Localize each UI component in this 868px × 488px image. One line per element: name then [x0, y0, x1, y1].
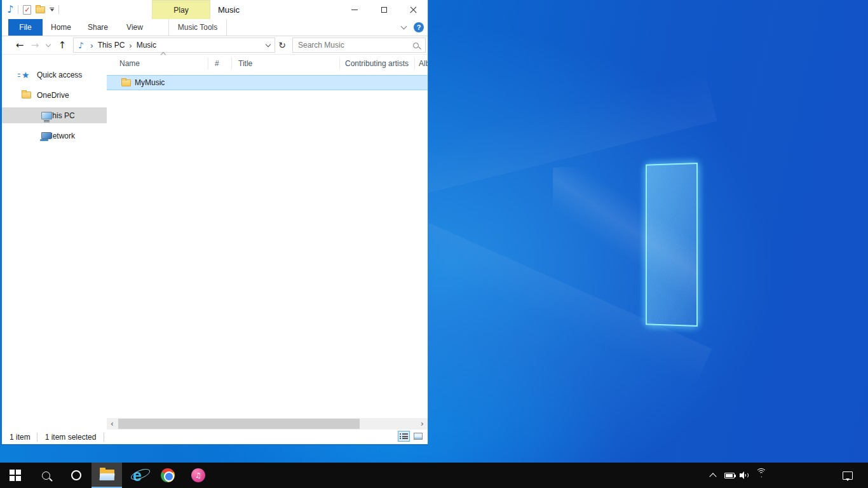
sidebar-item-label: OneDrive: [37, 91, 69, 100]
scroll-left-arrow[interactable]: ‹: [107, 419, 118, 428]
breadcrumb-music[interactable]: Music: [137, 41, 156, 50]
ribbon-tab-row: File Home Share View Music Tools ?: [2, 19, 428, 36]
column-header-title[interactable]: Title: [232, 58, 340, 69]
column-headers: Name # Title Contributing artists Alb: [107, 55, 428, 72]
column-header-name[interactable]: Name: [107, 58, 208, 69]
column-header-album[interactable]: Alb: [415, 58, 428, 69]
file-row-mymusic[interactable]: MyMusic: [107, 75, 428, 90]
folder-icon: [121, 79, 131, 86]
scrollbar-thumb[interactable]: [118, 419, 360, 429]
hidden-icons-button[interactable]: [705, 463, 721, 488]
sidebar-item-this-pc[interactable]: This PC: [2, 107, 107, 123]
cortana-button[interactable]: [61, 463, 92, 488]
quick-access-toolbar: ♪: [7, 0, 59, 19]
tab-share[interactable]: Share: [79, 19, 116, 36]
refresh-button[interactable]: ↻: [275, 37, 289, 53]
search-box: [292, 37, 426, 53]
up-button[interactable]: ↑: [54, 41, 71, 50]
status-bar: 1 item 1 item selected: [2, 430, 428, 444]
help-button[interactable]: ?: [414, 22, 424, 32]
item-count: 1 item: [2, 433, 37, 442]
windows-logo-pane: [646, 163, 698, 327]
start-button[interactable]: [0, 463, 31, 488]
windows-logo-pane: [646, 163, 698, 327]
details-view-icon: [400, 433, 408, 440]
column-header-contributing-artists[interactable]: Contributing artists: [340, 58, 415, 69]
breadcrumb-this-pc[interactable]: This PC: [98, 41, 125, 50]
column-label: #: [215, 59, 219, 68]
tab-file[interactable]: File: [8, 19, 43, 36]
file-list-pane: Name # Title Contributing artists Alb: [107, 55, 428, 418]
maximize-icon: [381, 7, 387, 13]
tab-home[interactable]: Home: [43, 19, 79, 36]
contextual-tab-group-play[interactable]: Play: [152, 0, 210, 19]
search-icon: [42, 471, 50, 480]
scrollbar-track[interactable]: [118, 418, 417, 430]
close-button[interactable]: [398, 0, 428, 19]
column-label: Title: [238, 59, 252, 68]
wifi-tray-button[interactable]: [754, 463, 769, 488]
volume-tray-button[interactable]: [737, 463, 752, 488]
quick-access-star-icon: ★: [22, 71, 30, 79]
breadcrumb-chevron-icon: ›: [86, 41, 97, 50]
title-bar[interactable]: ♪ Play Music: [2, 0, 428, 19]
computer-icon: [41, 112, 52, 119]
itunes-taskbar-button[interactable]: ♫: [183, 463, 214, 488]
separator: [104, 433, 104, 442]
address-dropdown-chevron[interactable]: [262, 44, 275, 46]
music-note-icon: ♪: [7, 4, 13, 15]
window-body: ★ Quick access OneDrive This PC Network …: [2, 55, 428, 418]
sidebar-item-quick-access[interactable]: ★ Quick access: [2, 67, 107, 83]
scroll-right-arrow[interactable]: ›: [417, 419, 428, 428]
sidebar-item-onedrive[interactable]: OneDrive: [2, 87, 107, 103]
volume-icon: [740, 471, 750, 480]
taskbar-search-button[interactable]: [31, 463, 61, 488]
search-icon[interactable]: [413, 43, 419, 48]
chrome-taskbar-button[interactable]: [153, 463, 183, 488]
column-header-number[interactable]: #: [208, 58, 232, 69]
battery-tray-button[interactable]: [722, 463, 737, 488]
cortana-icon: [71, 470, 81, 480]
maximize-button[interactable]: [369, 0, 398, 19]
tab-music-tools[interactable]: Music Tools: [168, 19, 227, 36]
separator: [18, 5, 18, 14]
windows-start-icon: [10, 470, 21, 481]
column-label: Contributing artists: [345, 59, 409, 68]
navigation-bar: ← → ↑ ♪ › This PC › Music ↻: [2, 36, 428, 55]
internet-explorer-taskbar-button[interactable]: e: [122, 463, 153, 488]
itunes-icon: ♫: [191, 468, 205, 482]
address-bar[interactable]: ♪ › This PC › Music: [73, 37, 275, 53]
properties-icon[interactable]: [23, 5, 31, 15]
file-explorer-icon: [100, 470, 114, 480]
forward-button[interactable]: →: [27, 41, 43, 50]
chevron-up-icon: [709, 473, 716, 480]
battery-icon: [724, 473, 735, 478]
minimize-button[interactable]: [340, 0, 369, 19]
file-explorer-taskbar-button[interactable]: [92, 463, 122, 488]
customize-quick-access-dropdown[interactable]: [50, 8, 54, 11]
navigation-pane: ★ Quick access OneDrive This PC Network: [2, 55, 107, 418]
thumbnails-view-button[interactable]: [412, 431, 424, 442]
breadcrumb-chevron-icon: ›: [125, 41, 136, 50]
chrome-icon: [161, 468, 175, 482]
separator: [58, 5, 59, 14]
back-button[interactable]: ←: [12, 41, 27, 50]
sidebar-item-label: Quick access: [37, 71, 82, 79]
action-center-button[interactable]: [840, 463, 855, 488]
taskbar: e ♫: [0, 463, 868, 488]
details-view-button[interactable]: [398, 431, 410, 442]
new-folder-icon[interactable]: [36, 6, 45, 13]
column-label: Name: [119, 59, 140, 68]
onedrive-folder-icon: [22, 92, 31, 98]
thumbnails-view-icon: [414, 433, 423, 440]
minimize-icon: [351, 10, 358, 10]
sidebar-item-network[interactable]: Network: [2, 128, 107, 144]
search-input[interactable]: [293, 38, 413, 52]
music-note-icon: ♪: [78, 41, 83, 50]
network-icon: [41, 132, 51, 139]
tab-view[interactable]: View: [116, 19, 153, 36]
horizontal-scrollbar[interactable]: ‹ ›: [107, 418, 428, 430]
file-name: MyMusic: [135, 78, 165, 87]
recent-locations-dropdown[interactable]: [43, 44, 54, 46]
wifi-icon: [756, 471, 767, 480]
